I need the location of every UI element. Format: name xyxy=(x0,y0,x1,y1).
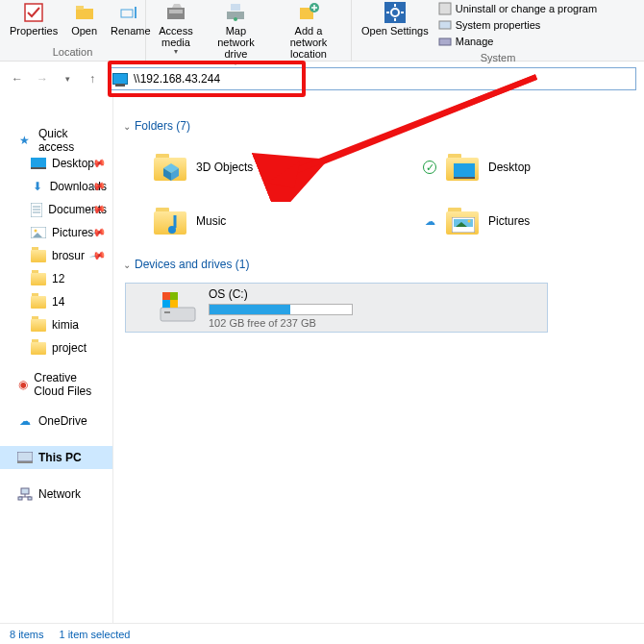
svg-rect-21 xyxy=(439,38,451,45)
drives-header[interactable]: ⌄ Devices and drives (1) xyxy=(117,252,644,279)
manage-icon xyxy=(438,35,452,48)
open-button[interactable]: Open xyxy=(65,0,103,37)
svg-rect-19 xyxy=(439,3,451,14)
sidebar-14[interactable]: 14 xyxy=(0,290,112,313)
recent-dropdown-icon[interactable]: ▾ xyxy=(58,69,77,88)
manage-link[interactable]: Manage xyxy=(438,35,597,48)
svg-rect-42 xyxy=(454,177,475,179)
sidebar-downloads[interactable]: ⬇ Downloads📌 xyxy=(0,175,112,198)
creative-cloud-icon: ◉ xyxy=(17,377,28,392)
uninstall-link[interactable]: Uninstall or change a program xyxy=(438,2,597,15)
ribbon-group-label-system: System xyxy=(356,50,640,66)
sidebar-project[interactable]: project xyxy=(0,336,112,359)
folder-icon xyxy=(31,294,46,310)
desktop-icon xyxy=(31,156,46,171)
sidebar-quick-access[interactable]: ★ Quick access xyxy=(0,129,112,152)
svg-rect-0 xyxy=(25,4,42,21)
access-media-button[interactable]: Access media ▾ xyxy=(150,0,202,57)
open-settings-button[interactable]: Open Settings xyxy=(356,0,431,37)
ribbon-group-system: Open Settings Uninstall or change a prog… xyxy=(352,0,644,61)
svg-rect-37 xyxy=(28,497,32,500)
drive-os-c[interactable]: OS (C:) 102 GB free of 237 GB xyxy=(125,283,548,333)
folder-icon xyxy=(154,154,186,181)
svg-rect-3 xyxy=(121,10,133,17)
checkbox-icon xyxy=(23,2,44,23)
svg-rect-54 xyxy=(170,300,178,308)
settings-gear-icon xyxy=(384,2,406,23)
drive-usage-bar xyxy=(209,304,353,315)
map-drive-label: Map network drive xyxy=(210,25,262,60)
nav-row: ← → ▾ ↑ \\192.168.43.244 xyxy=(0,62,644,96)
sidebar-desktop[interactable]: Desktop📌 xyxy=(0,152,112,175)
drive-icon xyxy=(159,290,197,325)
svg-rect-9 xyxy=(231,4,240,11)
sidebar-brosur[interactable]: brosur📌 xyxy=(0,244,112,267)
folder-icon xyxy=(154,208,186,235)
network-drive-icon xyxy=(225,2,246,23)
download-icon: ⬇ xyxy=(31,179,44,194)
folder-desktop[interactable]: ✓ Desktop xyxy=(423,140,644,194)
back-button[interactable]: ← xyxy=(8,69,27,88)
folder-music[interactable]: Music xyxy=(154,194,423,248)
sidebar: ★ Quick access Desktop📌 ⬇ Downloads📌 Doc… xyxy=(0,96,113,623)
svg-rect-22 xyxy=(31,158,46,167)
add-network-location-button[interactable]: Add a network location xyxy=(270,0,347,60)
drive-free-text: 102 GB free of 237 GB xyxy=(209,317,547,329)
svg-rect-51 xyxy=(162,292,170,300)
uninstall-icon xyxy=(438,2,452,15)
address-bar[interactable]: \\192.168.43.244 xyxy=(108,67,636,90)
document-icon xyxy=(31,202,42,217)
folder-pictures[interactable]: ☁ Pictures xyxy=(423,194,644,248)
svg-point-29 xyxy=(35,230,37,233)
sync-badge-icon: ✓ xyxy=(423,161,436,174)
sidebar-onedrive[interactable]: ☁ OneDrive xyxy=(0,409,112,433)
computer-icon xyxy=(112,73,128,85)
svg-rect-31 xyxy=(17,452,33,461)
forward-button[interactable]: → xyxy=(33,69,52,88)
svg-rect-36 xyxy=(18,497,22,500)
properties-label: Properties xyxy=(10,25,58,37)
system-properties-link[interactable]: System properties xyxy=(438,18,597,32)
svg-marker-7 xyxy=(172,4,182,8)
content: ⌄ Folders (7) 3D Objects ✓ Desktop xyxy=(113,96,644,623)
svg-rect-1 xyxy=(76,9,93,19)
this-pc-icon xyxy=(17,450,33,465)
svg-point-47 xyxy=(468,220,471,223)
dropdown-caret-icon: ▾ xyxy=(174,48,178,57)
chevron-down-icon: ⌄ xyxy=(123,260,131,270)
folder-icon xyxy=(446,208,479,235)
drive-info: OS (C:) 102 GB free of 237 GB xyxy=(209,287,547,329)
sidebar-12[interactable]: 12 xyxy=(0,267,112,290)
svg-rect-4 xyxy=(135,7,136,18)
sidebar-network[interactable]: Network xyxy=(0,483,112,506)
svg-rect-52 xyxy=(170,292,178,300)
sidebar-documents[interactable]: Documents📌 xyxy=(0,198,112,221)
svg-rect-6 xyxy=(169,10,183,13)
rename-label: Rename xyxy=(111,25,151,37)
system-props-icon xyxy=(438,18,452,32)
folder-icon xyxy=(31,271,46,286)
ribbon-group-network: Access media ▾ Map network drive ▾ Add a… xyxy=(146,0,352,61)
access-media-label: Access media xyxy=(156,25,196,48)
svg-rect-2 xyxy=(76,6,84,10)
folder-icon xyxy=(31,317,46,333)
sidebar-creative-cloud[interactable]: ◉ Creative Cloud Files xyxy=(0,373,112,396)
properties-button[interactable]: Properties xyxy=(4,0,63,37)
picture-icon xyxy=(31,225,46,240)
up-button[interactable]: ↑ xyxy=(83,69,102,88)
folder-3d-objects[interactable]: 3D Objects xyxy=(154,140,423,194)
status-item-count: 8 items xyxy=(10,629,43,640)
address-bar-wrap: \\192.168.43.244 xyxy=(108,67,636,90)
svg-rect-49 xyxy=(164,311,170,313)
map-network-drive-button[interactable]: Map network drive ▾ xyxy=(204,0,268,68)
svg-rect-48 xyxy=(161,308,195,321)
sidebar-kimia[interactable]: kimia xyxy=(0,313,112,336)
folder-icon xyxy=(31,340,46,356)
sidebar-this-pc[interactable]: This PC xyxy=(0,446,112,469)
system-links: Uninstall or change a program System pro… xyxy=(433,0,603,50)
ribbon-group-label-location: Location xyxy=(4,44,141,61)
media-server-icon xyxy=(165,2,186,23)
onedrive-icon: ☁ xyxy=(17,413,33,429)
folders-header[interactable]: ⌄ Folders (7) xyxy=(117,113,644,140)
sidebar-pictures[interactable]: Pictures📌 xyxy=(0,221,112,244)
